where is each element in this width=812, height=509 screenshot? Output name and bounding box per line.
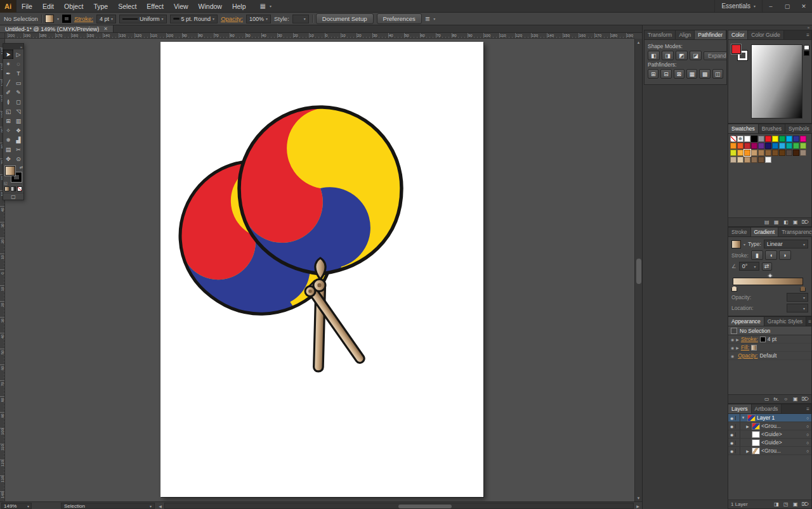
delete-swatch-icon[interactable]: ⌦ (802, 219, 809, 225)
target-circle-icon[interactable]: ○ (804, 432, 811, 437)
visibility-eye-icon[interactable]: ◉ (731, 354, 734, 358)
swatch[interactable] (779, 150, 785, 156)
merge-icon[interactable]: ⊠ (674, 69, 684, 79)
target-circle-icon[interactable]: ○ (804, 441, 811, 445)
swatch[interactable] (772, 150, 778, 156)
swatch[interactable] (786, 150, 792, 156)
dock-collapse-strip[interactable]: » (643, 25, 812, 29)
apply-along-stroke-icon[interactable]: ◖ (765, 250, 777, 260)
exclude-icon[interactable]: ◪ (690, 51, 702, 60)
layer-thumbnail[interactable] (752, 431, 760, 438)
rectangle-tool[interactable]: ▭ (13, 78, 23, 87)
delete-item-icon[interactable]: ⌦ (802, 396, 809, 402)
collapse-icon[interactable]: » (20, 45, 22, 49)
shape-builder-tool[interactable]: ◱ (3, 106, 13, 116)
appearance-row[interactable]: ◉▶Fill: (728, 344, 811, 352)
swatch[interactable] (765, 150, 771, 156)
appearance-attribute-label[interactable]: Fill: (741, 344, 749, 351)
layer-row[interactable]: ◉<Guide>○ (728, 430, 811, 439)
clear-appearance-icon[interactable]: ○ (783, 396, 789, 402)
swatch[interactable] (779, 136, 785, 142)
vertical-scrollbar[interactable]: ▲ ▼ (634, 39, 642, 501)
appearance-attribute-label[interactable]: Opacity: (738, 352, 757, 359)
swatch[interactable] (758, 150, 764, 156)
duplicate-item-icon[interactable]: ▣ (792, 396, 799, 402)
swap-fill-stroke-icon[interactable]: ⇄ (20, 165, 23, 169)
tab-align[interactable]: Align (676, 30, 695, 39)
visibility-eye-icon[interactable]: ◉ (728, 432, 736, 437)
outline-icon[interactable]: ▩ (699, 69, 710, 79)
swatch[interactable] (793, 150, 799, 156)
expand-arrow-icon[interactable]: ▶ (745, 424, 750, 428)
swatch[interactable] (786, 136, 792, 142)
none-mode-button[interactable] (17, 186, 22, 191)
maximize-window-icon[interactable]: ▢ (779, 0, 796, 12)
tab-appearance[interactable]: Appearance (728, 317, 764, 326)
status-display[interactable]: Selection▾ (61, 503, 155, 509)
gradient-stop-right[interactable] (800, 286, 806, 292)
width-tool[interactable]: ≬ (3, 97, 13, 106)
hand-tool[interactable]: ✥ (3, 154, 13, 164)
target-circle-icon[interactable]: ○ (804, 424, 811, 428)
swatch[interactable] (730, 157, 737, 163)
trim-icon[interactable]: ⊟ (660, 69, 671, 79)
column-graph-tool[interactable]: ▟ (13, 135, 23, 145)
target-circle-icon[interactable]: ○ (804, 449, 811, 453)
gradient-angle-field[interactable]: 0°▾ (739, 262, 759, 271)
tab-color[interactable]: Color (728, 30, 748, 39)
lock-toggle[interactable] (736, 422, 740, 430)
menu-select[interactable]: Select (113, 0, 141, 13)
menu-file[interactable]: File (16, 0, 37, 13)
color-spectrum-ramp[interactable] (751, 44, 802, 119)
expand-arrow-icon[interactable]: ▼ (740, 416, 746, 420)
color-themes-icon[interactable]: ▦ (773, 219, 780, 225)
layer-row[interactable]: ◉▶<Grou...○ (728, 447, 811, 455)
horizontal-ruler[interactable]: 2001901801701601501401301201101009080706… (5, 33, 634, 39)
divide-icon[interactable]: ⊞ (648, 69, 658, 79)
pen-tool[interactable]: ✒ (3, 68, 13, 78)
swatch[interactable] (793, 136, 799, 142)
gradient-thumbnail[interactable] (731, 240, 741, 248)
artwork-fans-drawing[interactable] (160, 42, 483, 497)
tab-transform[interactable]: Transform (645, 30, 676, 39)
lock-toggle[interactable] (736, 439, 740, 446)
tab-transparency[interactable]: Transparency (778, 228, 812, 236)
layer-name[interactable]: <Guide> (761, 439, 804, 446)
menu-edit[interactable]: Edit (37, 0, 59, 13)
visibility-eye-icon[interactable]: ◉ (728, 441, 736, 445)
stroke-link[interactable]: Stroke: (74, 15, 93, 22)
menu-view[interactable]: View (169, 0, 193, 13)
swatch-registration[interactable]: ⊕ (737, 136, 743, 142)
new-sublayer-icon[interactable]: ◳ (783, 501, 789, 507)
black-shortcut-swatch[interactable] (804, 51, 809, 56)
swatch[interactable] (751, 136, 757, 142)
layer-row[interactable]: ◉▼Layer 1○ (728, 414, 811, 422)
menu-effect[interactable]: Effect (141, 0, 169, 13)
swatch[interactable] (765, 143, 771, 149)
new-layer-icon[interactable]: ▣ (792, 501, 799, 507)
swatch-none[interactable] (730, 136, 737, 142)
workspace-switcher[interactable]: Essentials ▾ (714, 0, 763, 12)
visibility-eye-icon[interactable]: ◉ (731, 345, 734, 350)
layer-row[interactable]: ◉<Guide>○ (728, 439, 811, 447)
expand-button[interactable]: Expand (704, 51, 727, 60)
preferences-button[interactable]: Preferences (377, 13, 422, 24)
visibility-eye-icon[interactable]: ◉ (728, 424, 736, 428)
perspective-grid-tool[interactable]: ◹ (13, 106, 23, 116)
opacity-link[interactable]: Opacity: (221, 15, 243, 22)
gradient-type-select[interactable]: Linear▾ (764, 240, 808, 248)
layer-name[interactable]: Layer 1 (757, 415, 804, 421)
menu-type[interactable]: Type (88, 0, 113, 13)
scroll-right-icon[interactable]: ▶ (634, 503, 641, 509)
panel-menu-icon[interactable]: ≡ (806, 317, 812, 326)
document-setup-button[interactable]: Document Setup (316, 13, 374, 24)
swatch[interactable] (772, 143, 778, 149)
swatch[interactable] (744, 157, 750, 163)
lasso-tool[interactable]: ◌ (13, 59, 23, 68)
tab-stroke[interactable]: Stroke (728, 228, 751, 236)
lock-toggle[interactable] (736, 447, 740, 454)
stroke-color-chip[interactable] (760, 337, 766, 342)
appearance-row[interactable]: ◉Opacity:Default (728, 352, 811, 360)
swatch[interactable] (772, 136, 778, 142)
lock-toggle[interactable] (736, 430, 740, 438)
